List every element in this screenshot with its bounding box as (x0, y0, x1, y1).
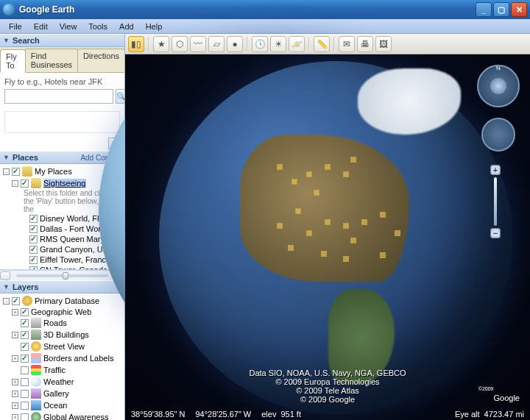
tree-node[interactable]: +Gallery (3, 388, 123, 399)
placemark-icon[interactable] (350, 157, 356, 163)
record-tour-button[interactable]: ● (227, 36, 243, 52)
placemark-icon[interactable] (321, 251, 327, 257)
expand-icon[interactable]: + (12, 332, 18, 338)
save-image-button[interactable]: 🖼 (375, 36, 392, 52)
checkbox[interactable] (29, 246, 38, 254)
tree-node[interactable]: +Borders and Labels (3, 352, 123, 364)
tree-node[interactable]: CN Tower, Canada (3, 265, 123, 270)
placemark-icon[interactable] (325, 164, 331, 170)
placemark-icon[interactable] (314, 190, 319, 196)
placemark-icon[interactable] (295, 208, 301, 214)
checkbox[interactable] (21, 402, 29, 410)
placemark-icon[interactable] (306, 171, 312, 177)
checkbox[interactable] (21, 331, 29, 339)
expand-icon[interactable]: + (12, 379, 18, 385)
print-button[interactable]: 🖶 (357, 36, 373, 52)
tree-node[interactable]: +Weather (3, 376, 123, 388)
opacity-slider[interactable] (16, 274, 108, 277)
look-joystick[interactable] (490, 78, 506, 94)
nav-compass[interactable]: N (477, 65, 520, 107)
tab-directions[interactable]: Directions (77, 49, 125, 72)
checkbox[interactable] (29, 235, 38, 243)
placemark-icon[interactable] (277, 164, 283, 170)
placemark-icon[interactable] (288, 245, 294, 251)
placemark-icon[interactable] (350, 238, 356, 243)
placemark-icon[interactable] (277, 223, 283, 229)
expand-icon[interactable]: + (12, 414, 18, 421)
placemark-icon[interactable] (361, 219, 367, 225)
zoom-in-button[interactable]: + (490, 165, 501, 175)
layers-tree[interactable]: -Primary Database+Geographic WebRoads+3D… (0, 293, 124, 420)
placemark-icon[interactable] (343, 256, 349, 262)
collapse-icon[interactable]: - (3, 168, 10, 175)
tree-node[interactable]: -Primary Database (3, 295, 123, 307)
menu-edit[interactable]: Edit (28, 21, 54, 32)
checkbox[interactable] (21, 413, 29, 421)
globe[interactable] (159, 61, 512, 414)
checkbox[interactable] (21, 390, 29, 398)
menu-file[interactable]: File (3, 21, 28, 32)
tree-node[interactable]: +Geographic Web (3, 307, 123, 317)
tree-node[interactable]: +Global Awareness (3, 411, 123, 420)
search-input[interactable] (4, 89, 113, 104)
checkbox[interactable] (21, 366, 29, 374)
menu-add[interactable]: Add (113, 21, 140, 32)
checkbox[interactable] (21, 355, 29, 363)
email-button[interactable]: ✉ (339, 36, 355, 52)
collapse-icon[interactable]: - (12, 180, 18, 187)
menu-view[interactable]: View (54, 21, 83, 32)
maximize-button[interactable]: ▢ (493, 2, 509, 17)
checkbox[interactable] (12, 168, 20, 176)
checkbox[interactable] (21, 343, 29, 351)
clock-button[interactable]: 🕓 (252, 36, 268, 52)
tour-prev-button[interactable] (0, 271, 10, 280)
image-overlay-button[interactable]: ▱ (208, 36, 225, 52)
search-panel-header[interactable]: ▼ Search (0, 34, 124, 47)
checkbox[interactable] (29, 215, 38, 223)
minimize-button[interactable]: _ (476, 2, 492, 17)
menu-tools[interactable]: Tools (82, 21, 113, 32)
tab-fly-to[interactable]: Fly To (0, 49, 26, 73)
zoom-slider[interactable] (494, 177, 497, 226)
zoom-out-button[interactable]: − (490, 228, 501, 238)
expand-icon[interactable]: + (12, 355, 18, 362)
collapse-icon[interactable]: - (3, 298, 10, 305)
placemark-icon[interactable] (325, 219, 331, 225)
placemark-icon[interactable] (343, 171, 349, 177)
placemark-icon[interactable] (343, 223, 349, 229)
search-button[interactable]: 🔍 (116, 89, 125, 104)
tree-node[interactable]: Street View (3, 341, 123, 352)
layers-panel-header[interactable]: ▼ Layers (0, 280, 124, 293)
tree-node[interactable]: Traffic (3, 364, 123, 376)
checkbox[interactable] (21, 319, 29, 327)
checkbox[interactable] (21, 378, 29, 386)
placemark-icon[interactable] (380, 212, 386, 218)
expand-icon[interactable]: + (12, 402, 18, 409)
move-joystick[interactable] (481, 118, 515, 152)
tree-node[interactable]: +3D Buildings (3, 329, 123, 341)
globe-viewport[interactable]: N + − Data SIO, NOAA, U.S. Navy, NGA, GE… (125, 54, 530, 420)
polygon-button[interactable]: ⬡ (172, 36, 188, 52)
expand-icon[interactable]: + (12, 309, 18, 316)
planet-button[interactable]: 🪐 (289, 36, 305, 52)
tree-node[interactable]: Roads (3, 317, 123, 329)
expand-icon[interactable]: + (12, 391, 18, 397)
checkbox[interactable] (29, 225, 38, 233)
sun-button[interactable]: ☀ (270, 36, 286, 52)
path-button[interactable]: 〰 (190, 36, 206, 52)
placemark-icon[interactable] (395, 230, 400, 236)
tab-find-businesses[interactable]: Find Businesses (25, 49, 78, 72)
checkbox[interactable] (21, 308, 29, 316)
checkbox[interactable] (21, 179, 29, 188)
checkbox[interactable] (29, 256, 38, 264)
menu-help[interactable]: Help (140, 21, 169, 32)
placemark-icon[interactable] (292, 179, 297, 185)
placemark-button[interactable]: ★ (153, 36, 169, 52)
placemark-icon[interactable] (306, 230, 312, 236)
close-button[interactable]: ✕ (511, 2, 527, 17)
tree-node[interactable]: +Ocean (3, 399, 123, 411)
ruler-button[interactable]: 📏 (314, 36, 330, 52)
checkbox[interactable] (12, 297, 20, 305)
placemark-icon[interactable] (380, 252, 386, 258)
sidebar-toggle-button[interactable]: ▮▯ (128, 36, 144, 52)
